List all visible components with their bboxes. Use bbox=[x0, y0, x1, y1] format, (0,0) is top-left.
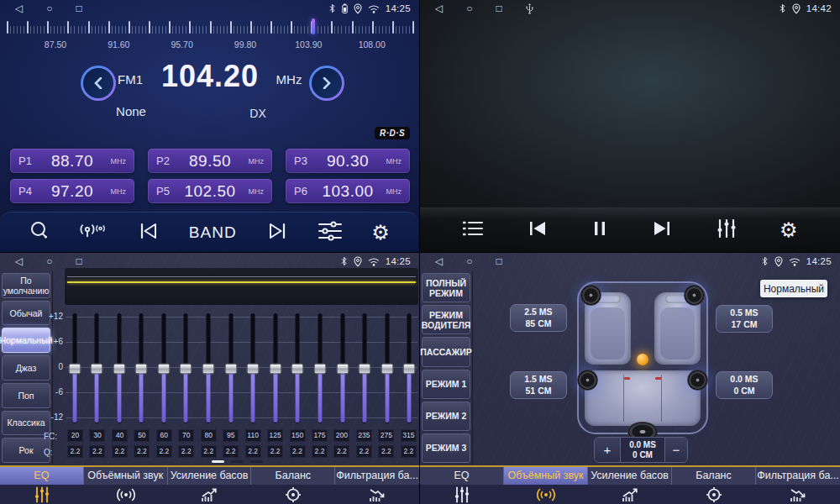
nav-recents-icon[interactable]: □ bbox=[76, 253, 81, 270]
tab-bass-boost[interactable]: Усиление басов bbox=[168, 467, 252, 504]
fc-value[interactable]: 80 bbox=[201, 429, 217, 442]
previous-track-button[interactable] bbox=[527, 219, 549, 241]
q-value[interactable]: 2.2 bbox=[290, 445, 306, 458]
preset-button-4[interactable]: P497.20MHz bbox=[10, 179, 134, 203]
mode-3[interactable]: РЕЖИМ 3 bbox=[422, 433, 470, 463]
q-value[interactable]: 2.2 bbox=[178, 445, 194, 458]
fc-value[interactable]: 40 bbox=[112, 429, 128, 442]
preset-button-2[interactable]: P289.50MHz bbox=[148, 149, 272, 173]
q-value[interactable]: 2.2 bbox=[378, 445, 394, 458]
preset-button-5[interactable]: P5102.50MHz bbox=[148, 179, 272, 203]
mode-2[interactable]: РЕЖИМ 2 bbox=[422, 402, 470, 431]
tab-surround[interactable]: Объёмный звук bbox=[504, 467, 588, 504]
eq-band-slider[interactable] bbox=[223, 313, 238, 423]
nav-recents-icon[interactable]: □ bbox=[76, 0, 81, 17]
profile-button[interactable]: Нормальный bbox=[760, 280, 827, 297]
q-value[interactable]: 2.2 bbox=[312, 445, 328, 458]
nav-back-icon[interactable]: ◁ bbox=[435, 253, 443, 270]
eq-band-slider[interactable] bbox=[291, 313, 305, 423]
q-value[interactable]: 2.2 bbox=[134, 445, 150, 458]
q-value[interactable]: 2.2 bbox=[67, 445, 83, 458]
mode-full[interactable]: ПОЛНЫЙ РЕЖИМ bbox=[422, 273, 470, 302]
eq-band-slider[interactable] bbox=[90, 313, 104, 423]
band-button[interactable]: BAND bbox=[189, 223, 237, 242]
eq-band-slider[interactable] bbox=[134, 313, 149, 423]
q-value[interactable]: 2.2 bbox=[333, 445, 349, 458]
q-value[interactable]: 2.2 bbox=[401, 445, 417, 458]
fc-value[interactable]: 30 bbox=[89, 429, 105, 442]
tune-down-button[interactable] bbox=[137, 221, 160, 244]
fc-value[interactable]: 125 bbox=[267, 429, 283, 442]
fc-value[interactable]: 95 bbox=[223, 429, 239, 442]
eq-preset-default[interactable]: По умолчанию bbox=[2, 273, 50, 298]
tab-eq[interactable]: EQ bbox=[420, 467, 504, 504]
eq-band-slider[interactable] bbox=[156, 313, 171, 423]
broadcast-button[interactable] bbox=[79, 220, 108, 245]
settings-button[interactable]: ⚙ bbox=[371, 223, 390, 243]
q-value[interactable]: 2.2 bbox=[156, 445, 172, 458]
tab-filter[interactable]: Фильтрация ба... bbox=[756, 467, 840, 504]
q-value[interactable]: 2.2 bbox=[89, 445, 105, 458]
q-value[interactable]: 2.2 bbox=[267, 445, 283, 458]
delay-decrease-button[interactable]: − bbox=[664, 438, 687, 462]
front-right-delay-button[interactable]: 0.5 MS 17 CM bbox=[716, 305, 773, 333]
fc-value[interactable]: 20 bbox=[67, 429, 83, 442]
fc-value[interactable]: 110 bbox=[245, 429, 261, 442]
next-track-button[interactable] bbox=[651, 219, 673, 241]
delay-increase-button[interactable]: + bbox=[595, 438, 621, 462]
tab-filter[interactable]: Фильтрация ба... bbox=[335, 467, 419, 504]
mode-driver[interactable]: РЕЖИМ ВОДИТЕЛЯ bbox=[422, 305, 470, 334]
eq-band-slider[interactable] bbox=[112, 313, 126, 423]
q-value[interactable]: 2.2 bbox=[245, 445, 261, 458]
settings-button[interactable]: ⚙ bbox=[780, 220, 798, 240]
preset-button-1[interactable]: P188.70MHz bbox=[10, 149, 134, 173]
mode-passenger[interactable]: ПАССАЖИР bbox=[422, 337, 470, 366]
q-value[interactable]: 2.2 bbox=[201, 445, 217, 458]
fc-value[interactable]: 50 bbox=[134, 429, 150, 442]
q-value[interactable]: 2.2 bbox=[223, 445, 239, 458]
nav-home-icon[interactable]: ○ bbox=[466, 253, 472, 270]
eq-band-slider[interactable] bbox=[335, 313, 349, 423]
dx-mode-label[interactable]: DX bbox=[233, 107, 283, 120]
scan-button[interactable] bbox=[29, 220, 50, 245]
fc-value[interactable]: 60 bbox=[156, 429, 172, 442]
rear-left-delay-button[interactable]: 1.5 MS 51 CM bbox=[510, 371, 567, 399]
fc-value[interactable]: 150 bbox=[290, 429, 306, 442]
nav-recents-icon[interactable]: □ bbox=[496, 0, 501, 17]
seek-up-button[interactable] bbox=[309, 66, 344, 101]
preset-button-3[interactable]: P390.30MHz bbox=[286, 149, 410, 173]
fc-value[interactable]: 70 bbox=[178, 429, 194, 442]
tab-balance[interactable]: Баланс bbox=[251, 467, 335, 504]
nav-home-icon[interactable]: ○ bbox=[46, 0, 52, 17]
q-value[interactable]: 2.2 bbox=[356, 445, 372, 458]
eq-band-slider[interactable] bbox=[179, 313, 193, 423]
fc-value[interactable]: 200 bbox=[333, 429, 349, 442]
mode-1[interactable]: РЕЖИМ 1 bbox=[422, 370, 470, 399]
tab-eq[interactable]: EQ bbox=[0, 467, 84, 504]
nav-recents-icon[interactable]: □ bbox=[496, 253, 501, 270]
fc-value[interactable]: 315 bbox=[401, 429, 417, 442]
fc-value[interactable]: 235 bbox=[356, 429, 372, 442]
q-value[interactable]: 2.2 bbox=[112, 445, 128, 458]
eq-band-slider[interactable] bbox=[358, 313, 372, 423]
rear-right-delay-button[interactable]: 0.0 MS 0 CM bbox=[716, 371, 773, 399]
equalizer-button[interactable] bbox=[716, 218, 738, 242]
nav-home-icon[interactable]: ○ bbox=[466, 0, 472, 17]
fc-value[interactable]: 175 bbox=[312, 429, 328, 442]
playlist-button[interactable] bbox=[462, 219, 484, 241]
tab-balance[interactable]: Баланс bbox=[672, 467, 756, 504]
eq-band-slider[interactable] bbox=[402, 313, 417, 423]
nav-back-icon[interactable]: ◁ bbox=[15, 253, 23, 270]
tune-up-button[interactable] bbox=[265, 221, 289, 244]
equalizer-button[interactable] bbox=[318, 220, 343, 245]
eq-band-slider[interactable] bbox=[268, 313, 282, 423]
nav-back-icon[interactable]: ◁ bbox=[435, 0, 443, 17]
tab-bass-boost[interactable]: Усиление басов bbox=[588, 467, 672, 504]
eq-band-slider[interactable] bbox=[313, 313, 328, 423]
nav-home-icon[interactable]: ○ bbox=[46, 253, 52, 270]
preset-button-6[interactable]: P6103.00MHz bbox=[286, 179, 410, 203]
pause-button[interactable] bbox=[591, 219, 609, 241]
eq-band-slider[interactable] bbox=[202, 313, 216, 423]
eq-band-slider[interactable] bbox=[246, 313, 260, 423]
tuner-scale[interactable]: 87.5091.6095.7099.80103.90108.00 bbox=[7, 18, 412, 55]
